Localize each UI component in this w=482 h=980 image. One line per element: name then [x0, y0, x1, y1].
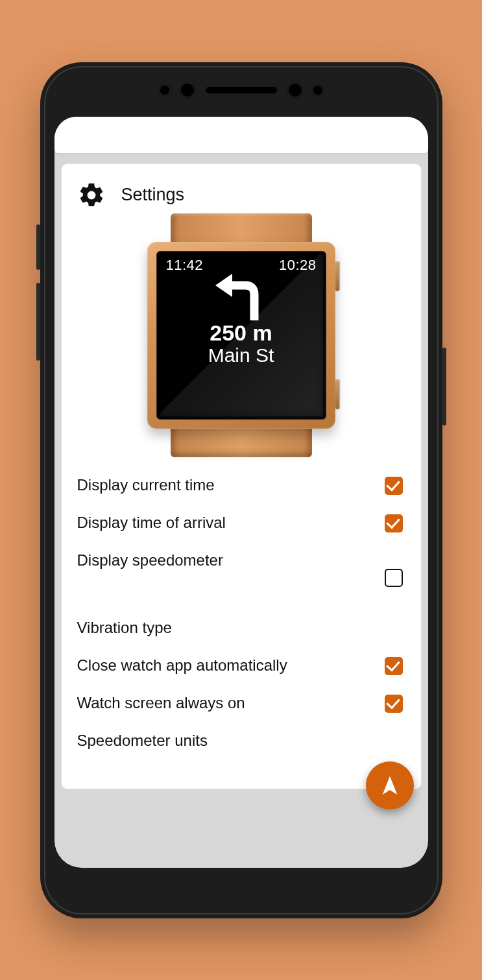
- checkbox-watch-screen-always-on[interactable]: [385, 695, 403, 713]
- watch-current-time: 11:42: [166, 257, 204, 274]
- power-button: [442, 348, 446, 425]
- checkbox-close-watch-app[interactable]: [385, 657, 403, 675]
- volume-down-button: [36, 283, 40, 361]
- screen: Settings 11:42 10:28: [54, 117, 428, 868]
- watch-street: Main St: [166, 344, 317, 366]
- row-label: Vibration type: [77, 618, 172, 638]
- row-vibration-type[interactable]: Vibration type: [77, 609, 405, 647]
- row-label: Speedometer units: [77, 731, 208, 750]
- row-label: Display current time: [77, 475, 215, 495]
- row-label: Watch screen always on: [77, 693, 245, 713]
- row-display-speedometer[interactable]: Display speedometer: [77, 542, 405, 596]
- volume-up-button: [36, 224, 40, 270]
- checkbox-display-speedometer[interactable]: [385, 569, 403, 587]
- checkbox-display-time-of-arrival[interactable]: [385, 514, 403, 532]
- checkbox-display-current-time[interactable]: [385, 477, 403, 495]
- row-display-current-time[interactable]: Display current time: [77, 466, 405, 504]
- top-app-bar: [54, 117, 428, 153]
- phone-device-frame: Settings 11:42 10:28: [40, 62, 442, 918]
- fab-navigate[interactable]: [366, 761, 414, 809]
- gear-icon: [77, 181, 106, 209]
- row-watch-screen-always-on[interactable]: Watch screen always on: [77, 684, 405, 722]
- settings-panel: Settings 11:42 10:28: [61, 163, 422, 789]
- row-label: Display time of arrival: [77, 513, 226, 532]
- row-label: Close watch app automatically: [77, 656, 287, 675]
- turn-left-icon: [209, 272, 274, 323]
- row-close-watch-app[interactable]: Close watch app automatically: [77, 647, 405, 684]
- panel-header: Settings: [77, 181, 405, 209]
- watch-distance: 250 m: [166, 320, 317, 346]
- row-speedometer-units[interactable]: Speedometer units: [77, 722, 405, 759]
- watch-preview: 11:42 10:28 250 m Main St: [77, 216, 405, 457]
- navigation-arrow-icon: [379, 774, 401, 796]
- row-label: Display speedometer: [77, 551, 223, 570]
- watch-arrival-time: 10:28: [279, 257, 317, 274]
- watch-screen: 11:42 10:28 250 m Main St: [156, 251, 326, 420]
- notch-sensors: [40, 80, 442, 100]
- row-display-time-of-arrival[interactable]: Display time of arrival: [77, 504, 405, 542]
- settings-list: Display current time Display time of arr…: [77, 466, 405, 759]
- page-title: Settings: [121, 185, 185, 205]
